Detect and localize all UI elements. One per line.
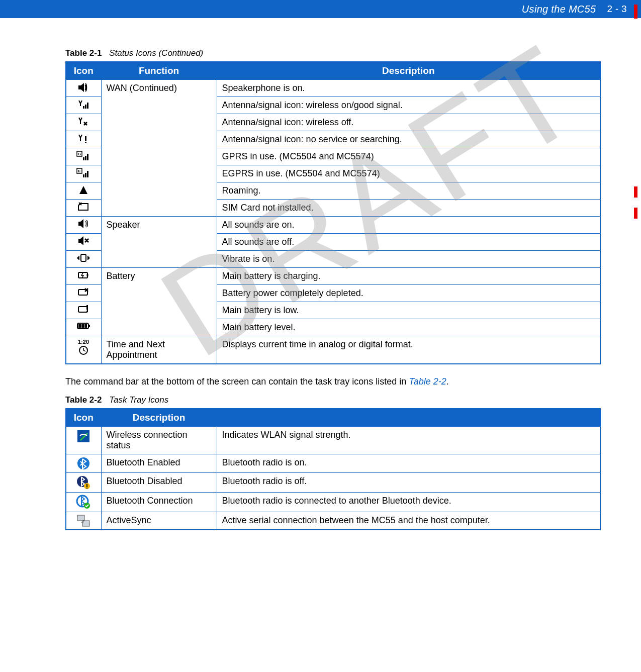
table2-header-description: Description <box>101 409 217 427</box>
table-row: Battery Main battery is charging. <box>66 268 600 285</box>
gprs-icon: G <box>66 148 101 165</box>
between-paragraph: The command bar at the bottom of the scr… <box>65 376 601 387</box>
table1-title: Status Icons (Continued) <box>109 48 203 58</box>
function-cell: Time and Next Appointment <box>101 336 217 364</box>
description-cell: Bluetooth Disabled <box>101 473 217 493</box>
between-suffix: . <box>446 376 449 387</box>
svg-rect-15 <box>81 254 86 261</box>
description-cell: SIM Card not installed. <box>217 200 600 217</box>
description-cell: Antenna/signal icon: wireless on/good si… <box>217 97 600 114</box>
table1-header-icon: Icon <box>66 62 101 80</box>
battery-charging-icon <box>66 268 101 285</box>
svg-text:1:20: 1:20 <box>78 339 89 345</box>
svg-rect-0 <box>83 106 84 109</box>
table-reference-link[interactable]: Table 2-2 <box>409 376 446 387</box>
speakerphone-icon <box>66 80 101 97</box>
detail-cell: Bluetooth radio is on. <box>217 454 600 473</box>
task-tray-icons-table: Icon Description Wireless connection sta… <box>65 408 601 530</box>
function-cell: Battery <box>101 268 217 336</box>
description-cell: Bluetooth Enabled <box>101 454 217 473</box>
detail-cell: Active serial connection between the MC5… <box>217 512 600 530</box>
description-cell: Main battery is low. <box>217 302 600 319</box>
description-cell: All sounds are on. <box>217 217 600 234</box>
svg-rect-18 <box>78 307 87 312</box>
table-row: ActiveSync Active serial connection betw… <box>66 512 600 530</box>
description-cell: Vibrate is on. <box>217 251 600 268</box>
speaker-on-icon <box>66 217 101 234</box>
table2-header-row: Icon Description <box>66 409 600 427</box>
status-icons-table: Icon Function Description WAN (Continued… <box>65 61 601 364</box>
svg-rect-3 <box>85 136 86 141</box>
table1-header-row: Icon Function Description <box>66 62 600 80</box>
function-cell: Speaker <box>101 217 217 268</box>
antenna-off-icon <box>66 114 101 131</box>
description-cell: Antenna/signal icon: wireless off. <box>217 114 600 131</box>
revision-mark <box>634 186 637 198</box>
svg-rect-13 <box>85 173 86 177</box>
roaming-icon <box>66 182 101 200</box>
page-header: Using the MC55 2 - 3 <box>0 0 641 18</box>
svg-rect-33 <box>86 488 87 489</box>
description-cell: Antenna/signal icon: no service or searc… <box>217 131 600 148</box>
svg-rect-24 <box>84 324 87 328</box>
time-appointment-icon: 1:20 <box>66 336 101 364</box>
svg-rect-14 <box>87 171 88 177</box>
antenna-good-icon <box>66 97 101 114</box>
table-row: 1:20 Time and Next Appointment Displays … <box>66 336 600 364</box>
table2-header-icon: Icon <box>66 409 101 427</box>
table-row: Bluetooth Enabled Bluetooth radio is on. <box>66 454 600 473</box>
battery-level-icon <box>66 319 101 336</box>
svg-rect-8 <box>85 156 86 160</box>
vibrate-icon <box>66 251 101 268</box>
table-row: Speaker All sounds are on. <box>66 217 600 234</box>
function-cell: WAN (Continued) <box>101 80 217 217</box>
svg-rect-19 <box>86 305 88 310</box>
svg-rect-4 <box>85 142 86 143</box>
egprs-icon: E <box>66 165 101 182</box>
description-cell: Bluetooth Connection <box>101 493 217 512</box>
description-cell: Wireless connection status <box>101 427 217 454</box>
table2-title: Task Tray Icons <box>109 395 168 405</box>
svg-rect-20 <box>86 311 88 312</box>
between-prefix: The command bar at the bottom of the scr… <box>65 376 409 387</box>
description-cell: Main battery level. <box>217 319 600 336</box>
bluetooth-connection-icon <box>66 493 101 512</box>
antenna-search-icon <box>66 131 101 148</box>
description-cell: Roaming. <box>217 182 600 200</box>
revision-mark <box>634 5 637 19</box>
svg-rect-12 <box>83 174 84 177</box>
svg-rect-23 <box>81 324 84 328</box>
description-cell: Battery power completely depleted. <box>217 285 600 302</box>
wlan-icon <box>66 427 101 454</box>
header-title: Using the MC55 <box>522 4 596 15</box>
revision-mark <box>634 208 637 219</box>
table2-caption: Table 2-2 Task Tray Icons <box>65 395 601 405</box>
bluetooth-enabled-icon <box>66 454 101 473</box>
detail-cell: Bluetooth radio is off. <box>217 473 600 493</box>
description-cell: Main battery is charging. <box>217 268 600 285</box>
detail-cell: Indicates WLAN signal strength. <box>217 427 600 454</box>
description-cell: Displays current time in analog or digit… <box>217 336 600 364</box>
table1-header-description: Description <box>217 62 600 80</box>
sim-missing-icon <box>66 200 101 217</box>
svg-text:E: E <box>78 169 81 173</box>
svg-rect-32 <box>86 484 87 487</box>
speaker-off-icon <box>66 234 101 251</box>
table-row: Bluetooth Disabled Bluetooth radio is of… <box>66 473 600 493</box>
svg-rect-25 <box>88 325 90 327</box>
table-row: WAN (Continued) Speakerphone is on. <box>66 80 600 97</box>
svg-rect-9 <box>87 154 88 160</box>
battery-depleted-icon <box>66 285 101 302</box>
description-cell: EGPRS in use. (MC5504 and MC5574) <box>217 165 600 182</box>
header-pagenum: 2 - 3 <box>607 4 627 15</box>
activesync-icon <box>66 512 101 530</box>
table1-caption: Table 2-1 Status Icons (Continued) <box>65 48 601 58</box>
table1-number: Table 2-1 <box>65 48 102 58</box>
description-cell: GPRS in use. (MC5504 and MC5574) <box>217 148 600 165</box>
battery-low-icon <box>66 302 101 319</box>
table1-header-function: Function <box>101 62 217 80</box>
table-row: Bluetooth Connection Bluetooth radio is … <box>66 493 600 512</box>
detail-cell: Bluetooth radio is connected to another … <box>217 493 600 512</box>
bluetooth-disabled-icon <box>66 473 101 493</box>
svg-rect-7 <box>83 157 84 160</box>
